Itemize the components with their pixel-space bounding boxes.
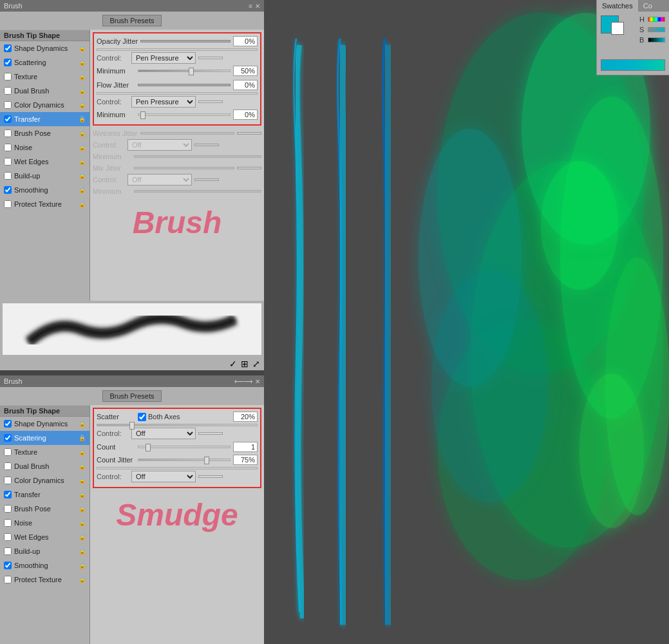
count-jitter-slider[interactable] [138,459,231,461]
sidebar-item-scattering-bot[interactable]: Scattering 🔒 [0,431,90,445]
cb-brushpose-bot[interactable] [4,505,12,513]
panel-divider[interactable] [0,370,264,375]
cb-dualbrush-bot[interactable] [4,462,12,470]
control1-select[interactable]: Pen Pressure Off [131,52,196,64]
minimum2-value: 0% [233,109,258,120]
cb-dualbrush-top[interactable] [4,87,12,95]
scatter-value: 20% [233,412,258,422]
count-jitter-slider2[interactable] [97,467,258,469]
sidebar-item-buildup-bot[interactable]: Build-up 🔒 [0,544,90,558]
minimum2-thumb[interactable] [140,111,146,119]
brush-grid-icon[interactable]: ⊞ [241,359,249,369]
cb-shape-dynamics-bot[interactable] [4,420,12,428]
sidebar-item-texture-bot[interactable]: Texture 🔒 [0,445,90,459]
sidebar-item-protecttex-bot[interactable]: Protect Texture 🔒 [0,573,90,587]
sidebar-item-dualbrush-top[interactable]: Dual Brush 🔒 [0,84,90,98]
color-square-bg[interactable] [611,22,624,35]
cb-scattering-top[interactable] [4,59,12,66]
flow-jitter-slider[interactable] [138,84,231,86]
cb-smoothing-top[interactable] [4,186,12,194]
sidebar-item-buildup-top[interactable]: Build-up 🔒 [0,169,90,183]
cb-brushpose-top[interactable] [4,129,12,137]
mix-slider [134,167,234,169]
top-brush-presets-button[interactable]: Brush Presets [102,15,161,26]
control4-select[interactable]: Off [127,174,192,185]
sidebar-item-wetedges-bot[interactable]: Wet Edges 🔒 [0,530,90,544]
count-slider[interactable] [138,446,231,448]
bottom-close-icon[interactable]: ✕ [255,378,260,385]
scatter-control-select[interactable]: Off [131,428,196,439]
s-slider[interactable] [648,27,665,32]
b-slider[interactable] [648,37,665,43]
sidebar-item-colordyn-top[interactable]: Color Dynamics 🔒 [0,98,90,112]
sidebar-item-protecttex-top[interactable]: Protect Texture 🔒 [0,197,90,211]
opacity-jitter-slider2[interactable] [97,48,258,51]
cb-transfer-top[interactable] [4,115,12,123]
cb-texture-top[interactable] [4,73,12,80]
sidebar-item-wetedges-top[interactable]: Wet Edges 🔒 [0,155,90,169]
label-noise-bot: Noise [14,519,77,527]
h-slider[interactable] [648,17,665,22]
cb-noise-bot[interactable] [4,519,12,527]
panel-menu-icon[interactable]: ≡ [249,3,252,10]
canvas-area[interactable]: Swatches Co H S B [264,0,669,644]
cb-shape-dynamics-top[interactable] [4,44,12,52]
cb-colordyn-bot[interactable] [4,477,12,484]
mix-value [237,167,261,169]
count-jitter-thumb[interactable] [204,457,209,464]
control3-select[interactable]: Off [127,139,192,151]
sidebar-item-shape-dynamics-top[interactable]: Shape Dynamics 🔒 [0,41,90,55]
panel-close-icon[interactable]: ✕ [255,3,260,10]
cb-protecttex-bot[interactable] [4,576,12,583]
scatter-slider[interactable] [97,424,258,426]
svg-point-9 [541,161,618,290]
minimum1-thumb[interactable] [189,68,194,75]
flow-jitter-slider2[interactable] [97,92,258,95]
lock-noise-top: 🔒 [79,144,86,151]
both-axes-checkbox[interactable] [138,413,146,421]
sidebar-item-colordyn-bot[interactable]: Color Dynamics 🔒 [0,473,90,488]
cb-transfer-bot[interactable] [4,491,12,498]
sidebar-item-brushpose-top[interactable]: Brush Pose 🔒 [0,126,90,140]
top-panel-controls: ≡ ✕ [249,3,260,10]
lock-colordyn-top: 🔒 [79,102,86,108]
cb-smoothing-bot[interactable] [4,562,12,569]
sidebar-item-dualbrush-bot[interactable]: Dual Brush 🔒 [0,459,90,473]
color-tab[interactable]: Co [638,0,657,12]
cb-wetedges-bot[interactable] [4,533,12,541]
count-thumb[interactable] [146,444,151,451]
swatches-tab[interactable]: Swatches [597,0,638,12]
bottom-collapse-icon[interactable]: ⟵⟶ [234,378,252,385]
brush-expand-icon[interactable]: ⤢ [252,359,260,369]
cb-wetedges-top[interactable] [4,158,12,166]
sidebar-item-shape-dynamics-bot[interactable]: Shape Dynamics 🔒 [0,417,90,431]
control2-select[interactable]: Pen Pressure Off [131,96,196,108]
left-panel: Brush ≡ ✕ Brush Presets Brush Tip Shape … [0,0,264,644]
cb-colordyn-top[interactable] [4,101,12,109]
sidebar-item-texture-top[interactable]: Texture 🔒 [0,70,90,84]
opacity-jitter-slider[interactable] [140,40,231,43]
minimum2-slider[interactable] [138,113,231,116]
count-jitter-control-select[interactable]: Off [131,471,196,482]
sidebar-item-smoothing-top[interactable]: Smoothing 🔒 [0,183,90,197]
cb-buildup-bot[interactable] [4,547,12,555]
scatter-thumb[interactable] [129,422,135,430]
sidebar-item-noise-top[interactable]: Noise 🔒 [0,140,90,155]
sidebar-item-transfer-top[interactable]: Transfer 🔒 [0,112,90,126]
cb-buildup-top[interactable] [4,172,12,180]
sidebar-item-transfer-bot[interactable]: Transfer 🔒 [0,488,90,502]
scatter-control-value [198,432,223,435]
sidebar-item-noise-bot[interactable]: Noise 🔒 [0,516,90,530]
bottom-brush-presets-button[interactable]: Brush Presets [102,390,161,402]
color-swatch-bar[interactable] [601,59,665,71]
minimum1-slider[interactable] [138,70,231,72]
minimum1-value: 50% [233,66,258,76]
brush-check-icon[interactable]: ✓ [229,359,237,369]
cb-noise-top[interactable] [4,144,12,151]
cb-scattering-bot[interactable] [4,434,12,442]
sidebar-item-smoothing-bot[interactable]: Smoothing 🔒 [0,558,90,573]
sidebar-item-brushpose-bot[interactable]: Brush Pose 🔒 [0,502,90,516]
cb-texture-bot[interactable] [4,448,12,456]
sidebar-item-scattering-top[interactable]: Scattering 🔒 [0,55,90,70]
cb-protecttex-top[interactable] [4,200,12,208]
